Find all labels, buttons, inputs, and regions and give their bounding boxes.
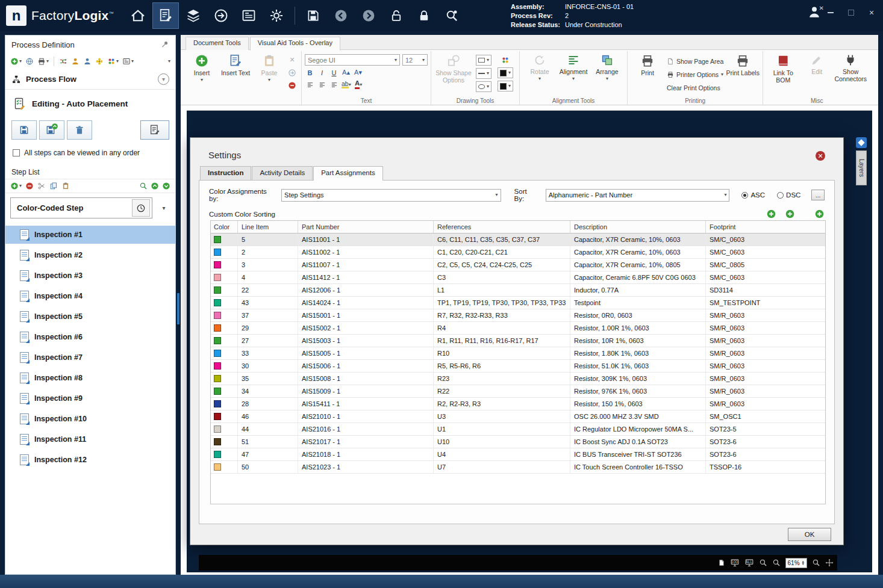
search-options-button[interactable] bbox=[438, 2, 465, 29]
page-setup-icon[interactable] bbox=[718, 559, 725, 566]
column-header[interactable]: References bbox=[434, 221, 570, 233]
add-step-button[interactable]: ▾ bbox=[10, 182, 22, 190]
font-color-button[interactable]: A▾ bbox=[354, 79, 364, 90]
color-swatch[interactable] bbox=[214, 337, 221, 344]
shape-style-select[interactable]: ▾ bbox=[476, 55, 491, 66]
favorites-button[interactable] bbox=[95, 57, 104, 66]
pin-icon[interactable] bbox=[161, 40, 169, 49]
tab-activity-details[interactable]: Activity Details bbox=[252, 166, 313, 180]
insert-button[interactable]: Insert▾ bbox=[185, 52, 219, 96]
step-list-item[interactable]: Inspection #4 bbox=[5, 287, 175, 305]
insert-text-button[interactable]: Insert Text bbox=[219, 52, 252, 96]
copy-button[interactable] bbox=[49, 182, 58, 190]
part-table-row[interactable]: 3AIS11007 - 1C2, C5, C5, C24, C24-C25, C… bbox=[211, 259, 825, 271]
step-type-dropdown-button[interactable]: ▾ bbox=[157, 205, 170, 211]
maximize-button[interactable] bbox=[848, 10, 854, 16]
part-table-row[interactable]: 34AIS15009 - 1R22Resistor, 976K 1%, 0603… bbox=[211, 385, 825, 398]
column-header[interactable]: Part Number bbox=[298, 221, 434, 233]
font-family-select[interactable]: Segoe UI▾ bbox=[305, 54, 400, 66]
alignment-button[interactable]: Alignment▾ bbox=[557, 52, 590, 96]
part-table-row[interactable]: 22AIS12006 - 1L1Inductor, 0.77ASD3114 bbox=[211, 284, 825, 297]
arrow-style-select[interactable]: ▾ bbox=[476, 81, 491, 92]
sort-by-select[interactable]: Alphanumeric - Part Number▾ bbox=[546, 189, 730, 202]
close-button[interactable]: × bbox=[867, 8, 876, 17]
edit-button[interactable]: Edit bbox=[800, 52, 834, 96]
part-table-row[interactable]: 50AIS21023 - 1U7IC Touch Screen Controll… bbox=[211, 461, 825, 474]
highlight-color-button[interactable]: ab▾ bbox=[341, 79, 352, 90]
part-table-row[interactable]: 43AIS14024 - 1TP1, TP19, TP19, TP30, TP3… bbox=[211, 297, 825, 309]
move-step-up-button[interactable] bbox=[151, 182, 159, 190]
layers-panel-icon[interactable] bbox=[856, 137, 867, 148]
move-step-down-button[interactable] bbox=[162, 182, 170, 190]
color-swatch[interactable] bbox=[214, 350, 221, 357]
align-center-button[interactable] bbox=[317, 79, 327, 90]
block-button[interactable] bbox=[287, 80, 298, 90]
part-table-row[interactable]: 44AIS21016 - 1U1IC Regulator LDO Micropo… bbox=[211, 423, 825, 436]
zoom-level-input[interactable]: 61%▲▼ bbox=[785, 558, 807, 568]
column-header[interactable]: Description bbox=[570, 221, 706, 233]
color-swatch[interactable] bbox=[214, 249, 221, 256]
collapse-toolbar-button[interactable]: ▾ bbox=[168, 59, 170, 64]
part-table-row[interactable]: 29AIS15002 - 1R4Resistor, 1.00R 1%, 0603… bbox=[211, 322, 825, 335]
color-swatch[interactable] bbox=[214, 375, 221, 382]
color-swatch[interactable] bbox=[214, 400, 221, 407]
add-process-button[interactable]: ▾ bbox=[10, 57, 22, 66]
color-swatch[interactable] bbox=[214, 312, 221, 319]
minimize-button[interactable] bbox=[826, 8, 835, 17]
part-table-row[interactable]: 30AIS15006 - 1R5, R5-R6, R6Resistor, 51.… bbox=[211, 360, 825, 373]
step-list-item[interactable]: Inspection #7 bbox=[5, 348, 175, 367]
part-table-row[interactable]: 33AIS15005 - 1R10Resistor, 1.80K 1%, 060… bbox=[211, 347, 825, 360]
column-header[interactable]: Line Item bbox=[238, 221, 298, 233]
zoom-window-icon[interactable] bbox=[812, 559, 820, 567]
assign-user-button[interactable] bbox=[83, 57, 92, 66]
step-list-item[interactable]: Inspection #8 bbox=[5, 369, 175, 387]
print-labels-button[interactable]: Print Labels bbox=[726, 52, 760, 96]
align-right-button[interactable] bbox=[329, 79, 339, 90]
part-table-row[interactable]: 28AIS15411 - 1R2, R2-R3, R3Resistor, 150… bbox=[211, 398, 825, 410]
more-options-button[interactable]: ... bbox=[811, 190, 825, 200]
step-timer-button[interactable] bbox=[132, 199, 150, 217]
user-signout-button[interactable]: ✕ bbox=[807, 5, 824, 19]
transfer-steps-button[interactable] bbox=[59, 57, 67, 66]
color-swatch[interactable] bbox=[214, 426, 221, 433]
step-list-item[interactable]: Inspection #3 bbox=[5, 267, 175, 285]
add-assignment-button[interactable] bbox=[814, 209, 825, 219]
add-color-group-button[interactable] bbox=[785, 209, 795, 219]
part-table-row[interactable]: 46AIS21010 - 1U3OSC 26.000 MHZ 3.3V SMDS… bbox=[211, 410, 825, 423]
printer-options-button[interactable]: Printer Options▾ bbox=[664, 68, 726, 81]
color-swatch[interactable] bbox=[214, 286, 221, 294]
zoom-down-icon[interactable]: ▼ bbox=[802, 563, 805, 565]
tab-visual-aid-tools[interactable]: Visual Aid Tools - Overlay bbox=[250, 37, 340, 51]
print-button[interactable]: Print bbox=[631, 52, 664, 96]
color-swatch[interactable] bbox=[214, 324, 221, 332]
process-editor-button[interactable] bbox=[152, 2, 179, 29]
forward-button[interactable] bbox=[355, 2, 382, 29]
step-list-item[interactable]: Inspection #12 bbox=[5, 451, 175, 469]
bold-button[interactable]: B bbox=[305, 67, 315, 78]
zoom-out-icon[interactable] bbox=[759, 559, 767, 567]
part-table-row[interactable]: 5AIS11001 - 1C6, C11, C11, C35, C35, C37… bbox=[211, 234, 825, 246]
refresh-button[interactable] bbox=[287, 67, 298, 78]
panel-scrollbar-thumb[interactable] bbox=[177, 293, 179, 324]
part-table-row[interactable]: 27AIS15003 - 1R1, R11, R11, R16, R16-R17… bbox=[211, 335, 825, 347]
tab-instruction[interactable]: Instruction bbox=[200, 166, 251, 180]
asc-radio[interactable] bbox=[741, 192, 748, 199]
save-step-button[interactable] bbox=[11, 120, 37, 140]
align-left-button[interactable] bbox=[305, 79, 315, 90]
link-to-bom-button[interactable]: Link To BOM bbox=[766, 52, 800, 96]
import-step-button[interactable] bbox=[39, 120, 64, 140]
underline-button[interactable]: U bbox=[329, 67, 339, 78]
settings-button[interactable] bbox=[263, 2, 290, 29]
dialog-close-button[interactable]: ✕ bbox=[816, 151, 825, 161]
color-swatch[interactable] bbox=[214, 236, 221, 243]
color-swatch[interactable] bbox=[214, 463, 221, 471]
color-swatch[interactable] bbox=[214, 274, 221, 281]
assign-operator-button[interactable] bbox=[71, 57, 80, 66]
shrink-font-button[interactable]: A▾ bbox=[353, 67, 363, 78]
zoom-all-button[interactable]: ALL bbox=[744, 558, 754, 568]
find-step-button[interactable] bbox=[139, 182, 148, 190]
expand-process-flow-button[interactable]: ▾ bbox=[158, 73, 169, 85]
cut-button[interactable] bbox=[37, 182, 46, 190]
stroke-color-select[interactable]: ▾ bbox=[498, 67, 513, 78]
zoom-in-icon[interactable] bbox=[772, 559, 781, 567]
